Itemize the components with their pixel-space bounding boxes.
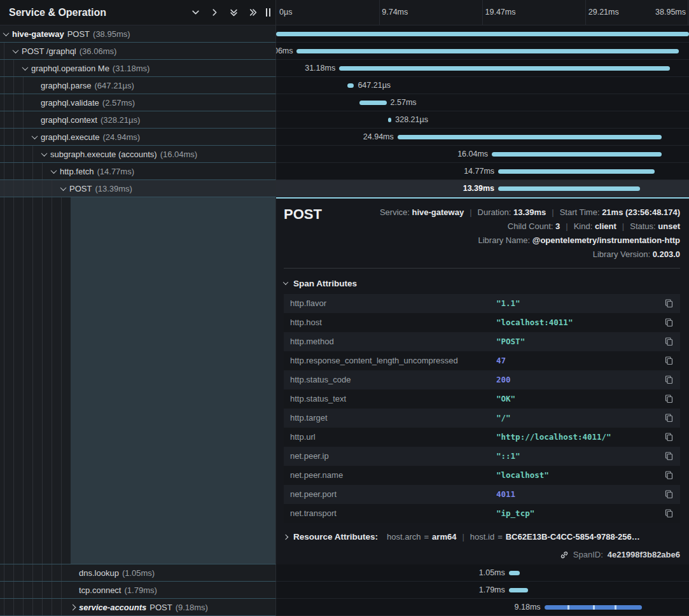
duration-bar[interactable] bbox=[509, 571, 520, 575]
copy-icon[interactable] bbox=[664, 298, 674, 308]
span-row[interactable]: graphql.validate (2.57ms) 2.57ms bbox=[0, 94, 689, 111]
copy-icon[interactable] bbox=[664, 356, 674, 365]
span-row[interactable]: subgraph.execute (accounts) (16.04ms) 16… bbox=[0, 146, 689, 163]
span-row[interactable]: POST /graphql (36.06ms) 36.06ms bbox=[0, 43, 689, 60]
span-row-label[interactable]: graphql.parse (647.21µs) bbox=[0, 77, 276, 94]
span-row[interactable]: service-accounts POST (9.18ms) 9.18ms bbox=[0, 599, 689, 616]
duration-bar[interactable] bbox=[498, 169, 655, 174]
attribute-key: http.flavor bbox=[290, 298, 496, 308]
span-row-timeline[interactable]: 31.18ms bbox=[276, 60, 689, 77]
operation-name: graphql.context bbox=[41, 115, 97, 125]
chevron-right-icon[interactable] bbox=[211, 8, 219, 17]
duration-text: (647.21µs) bbox=[95, 81, 134, 90]
chevron-down-icon[interactable] bbox=[3, 30, 10, 36]
copy-icon[interactable] bbox=[664, 470, 674, 480]
duration-bar[interactable] bbox=[492, 152, 662, 157]
span-row-label[interactable]: subgraph.execute (accounts) (16.04ms) bbox=[0, 146, 276, 163]
span-row-timeline[interactable]: 13.39ms bbox=[276, 180, 689, 197]
chevron-down-icon[interactable] bbox=[32, 133, 38, 139]
span-row[interactable]: dns.lookup (1.05ms) 1.05ms bbox=[0, 564, 689, 582]
chevron-down-icon[interactable] bbox=[191, 8, 200, 17]
copy-icon[interactable] bbox=[664, 451, 674, 461]
copy-icon[interactable] bbox=[664, 394, 674, 403]
duration-bar[interactable] bbox=[296, 49, 679, 53]
duration-bar[interactable] bbox=[359, 101, 387, 105]
span-row-timeline[interactable]: 647.21µs bbox=[276, 77, 689, 94]
span-meta-line-2: Child Count: 3|Kind: client|Status: unse… bbox=[508, 221, 680, 231]
span-row[interactable]: tcp.connect (1.79ms) 1.79ms bbox=[0, 582, 689, 599]
resource-attributes-title: Resource Attributes: bbox=[293, 533, 378, 542]
span-row-label[interactable]: POST (13.39ms) bbox=[0, 180, 276, 197]
indent-guides bbox=[4, 43, 13, 59]
span-row-timeline[interactable]: 9.18ms bbox=[276, 599, 689, 616]
chevron-down-icon[interactable] bbox=[41, 150, 48, 157]
span-row[interactable]: graphql.parse (647.21µs) 647.21µs bbox=[0, 77, 689, 94]
duration-text: (2.57ms) bbox=[102, 98, 135, 108]
duration-bar[interactable] bbox=[388, 118, 391, 122]
span-row-label[interactable]: service-accounts POST (9.18ms) bbox=[0, 599, 276, 616]
link-icon[interactable] bbox=[560, 550, 569, 559]
span-row-timeline[interactable]: 328.21µs bbox=[276, 111, 689, 129]
duration-bar[interactable] bbox=[276, 32, 689, 36]
span-row-label[interactable]: POST /graphql (36.06ms) bbox=[0, 43, 276, 60]
span-row-timeline[interactable]: 16.04ms bbox=[276, 146, 689, 163]
double-chevron-right-icon[interactable] bbox=[249, 8, 257, 17]
span-row-label[interactable]: graphql.context (328.21µs) bbox=[0, 111, 276, 129]
copy-icon[interactable] bbox=[664, 489, 674, 499]
span-row-label[interactable]: tcp.connect (1.79ms) bbox=[0, 582, 276, 599]
copy-icon[interactable] bbox=[664, 375, 674, 384]
expander-slot bbox=[52, 169, 60, 174]
left-panel-header: Service & Operation bbox=[0, 0, 276, 25]
chevron-down-icon[interactable] bbox=[22, 64, 29, 71]
span-row-label[interactable]: graphql.operation Me (31.18ms) bbox=[0, 60, 276, 77]
span-row[interactable]: graphql.context (328.21µs) 328.21µs bbox=[0, 111, 689, 129]
span-row[interactable]: POST (13.39ms) 13.39ms bbox=[0, 180, 689, 197]
span-row-timeline[interactable]: 14.77ms bbox=[276, 163, 689, 180]
span-row[interactable]: hive-gateway POST (38.95ms) bbox=[0, 25, 689, 43]
span-row-label[interactable]: hive-gateway POST (38.95ms) bbox=[0, 25, 276, 43]
copy-icon[interactable] bbox=[664, 413, 674, 423]
attribute-row: http.url "http://localhost:4011/" bbox=[284, 428, 680, 447]
expander-slot bbox=[13, 49, 22, 53]
chevron-right-icon[interactable] bbox=[70, 604, 76, 610]
chevron-down-icon[interactable] bbox=[51, 167, 57, 174]
double-chevron-down-icon[interactable] bbox=[230, 8, 238, 17]
span-row-timeline[interactable]: 24.94ms bbox=[276, 129, 689, 146]
span-row-label[interactable]: http.fetch (14.77ms) bbox=[0, 163, 276, 180]
span-row-label[interactable]: graphql.validate (2.57ms) bbox=[0, 94, 276, 111]
attribute-value: "localhost" bbox=[496, 470, 664, 480]
attribute-value: "1.1" bbox=[496, 298, 664, 308]
indent-guides bbox=[4, 599, 71, 615]
operation-name: graphql.parse bbox=[41, 81, 92, 90]
span-row-timeline[interactable]: 2.57ms bbox=[276, 94, 689, 111]
duration-bar[interactable] bbox=[545, 605, 642, 610]
duration-bar[interactable] bbox=[509, 588, 528, 592]
copy-icon[interactable] bbox=[664, 508, 674, 518]
copy-icon[interactable] bbox=[664, 432, 674, 442]
duration-bar[interactable] bbox=[398, 135, 662, 139]
span-row-timeline[interactable]: 1.79ms bbox=[276, 582, 689, 599]
span-row-label[interactable]: dns.lookup (1.05ms) bbox=[0, 564, 276, 582]
column-resizer-handle[interactable] bbox=[266, 8, 270, 17]
chevron-down-icon[interactable] bbox=[13, 47, 19, 53]
duration-bar[interactable] bbox=[498, 186, 640, 191]
attribute-key: net.peer.port bbox=[290, 489, 496, 499]
span-rows-bottom: dns.lookup (1.05ms) 1.05ms tcp.connect (… bbox=[0, 564, 689, 616]
span-row-timeline[interactable]: 36.06ms bbox=[276, 43, 689, 60]
attribute-row: http.method "POST" bbox=[284, 332, 680, 351]
copy-icon[interactable] bbox=[664, 318, 674, 327]
expander-slot bbox=[23, 66, 31, 71]
span-row[interactable]: graphql.operation Me (31.18ms) 31.18ms bbox=[0, 60, 689, 77]
span-row[interactable]: http.fetch (14.77ms) 14.77ms bbox=[0, 163, 689, 180]
duration-bar[interactable] bbox=[347, 83, 354, 88]
chevron-down-icon[interactable] bbox=[60, 185, 67, 191]
span-attributes-header[interactable]: Span Attributes bbox=[284, 279, 680, 288]
resource-attributes-header[interactable]: Resource Attributes: host.arch=arm64|hos… bbox=[284, 533, 680, 542]
span-row[interactable]: graphql.execute (24.94ms) 24.94ms bbox=[0, 129, 689, 146]
copy-icon[interactable] bbox=[664, 337, 674, 346]
operation-name: graphql.operation Me bbox=[31, 64, 109, 73]
span-row-timeline[interactable] bbox=[276, 25, 689, 43]
span-row-timeline[interactable]: 1.05ms bbox=[276, 564, 689, 582]
duration-bar[interactable] bbox=[339, 66, 670, 71]
span-row-label[interactable]: graphql.execute (24.94ms) bbox=[0, 129, 276, 146]
